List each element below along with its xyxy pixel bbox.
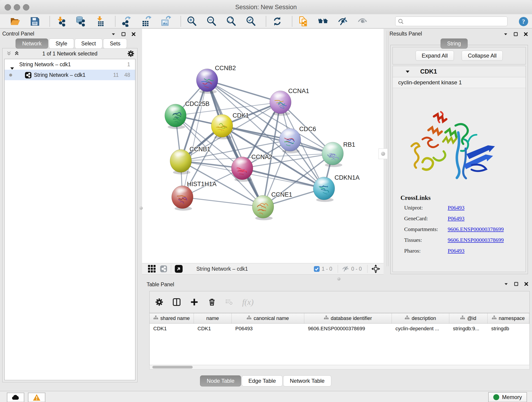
close-panel-icon[interactable] bbox=[131, 32, 136, 37]
dock-panel-icon[interactable] bbox=[121, 32, 126, 37]
warning-status-button[interactable] bbox=[28, 393, 45, 402]
crosslink-link[interactable]: 9606.ENSP00000378699 bbox=[448, 226, 504, 232]
crosslink-link[interactable]: P06493 bbox=[448, 216, 464, 222]
tab-network-table[interactable]: Network Table bbox=[283, 375, 331, 386]
update-network-icon[interactable] bbox=[271, 15, 283, 27]
tab-edge-table[interactable]: Edge Table bbox=[242, 375, 283, 386]
network-canvas[interactable]: CCNB2CCNA1CDC25BCDK1CDC6RB1CCNB1CCNA2CDK… bbox=[142, 29, 384, 263]
hide-selected-icon[interactable] bbox=[337, 15, 349, 27]
table-horizontal-scrollbar[interactable] bbox=[149, 365, 530, 370]
memory-button[interactable]: Memory bbox=[488, 392, 527, 402]
column-header-shared-name[interactable]: shared name bbox=[150, 313, 194, 323]
crosslink-label: Pharos: bbox=[400, 248, 448, 254]
search-input[interactable] bbox=[395, 17, 507, 26]
save-session-icon[interactable] bbox=[29, 15, 41, 27]
import-table-icon[interactable] bbox=[94, 15, 106, 27]
column-header-canonical-name[interactable]: canonical name bbox=[232, 313, 304, 323]
selected-checkbox-icon[interactable] bbox=[314, 266, 320, 272]
network-tree: String Network – cdk1 1 String Network –… bbox=[4, 59, 135, 380]
network-node-CCNB2[interactable]: CCNB2 bbox=[196, 65, 236, 94]
results-splitter-grip[interactable] bbox=[379, 148, 388, 159]
crosslink-link[interactable]: P06493 bbox=[448, 248, 464, 254]
birdseye-view-icon[interactable] bbox=[371, 264, 380, 274]
network-view-icon[interactable] bbox=[160, 265, 167, 273]
column-header-namespace[interactable]: namespace bbox=[488, 313, 529, 323]
network-edge-count: 48 bbox=[124, 70, 130, 80]
table-splitter-grip[interactable] bbox=[336, 276, 342, 281]
detach-view-icon[interactable] bbox=[175, 265, 183, 273]
title-bar: Session: New Session bbox=[0, 0, 532, 14]
table-cell[interactable]: stringdb:9... bbox=[449, 324, 488, 334]
scrollbar-thumb[interactable] bbox=[152, 366, 193, 369]
float-panel-icon[interactable] bbox=[111, 32, 116, 37]
node-label-CDC6: CDC6 bbox=[299, 126, 316, 133]
help-icon[interactable]: ? bbox=[518, 16, 529, 27]
delete-columns-icon[interactable] bbox=[208, 298, 216, 306]
gene-caret-icon[interactable] bbox=[405, 70, 410, 74]
float-table-icon[interactable] bbox=[504, 281, 509, 287]
create-column-icon[interactable] bbox=[190, 298, 199, 306]
tab-string[interactable]: String bbox=[440, 38, 467, 49]
table-settings-icon[interactable] bbox=[155, 298, 163, 306]
dock-results-icon[interactable] bbox=[513, 32, 518, 37]
network-node-CDK1[interactable]: CDK1 bbox=[211, 112, 249, 139]
show-all-icon[interactable] bbox=[356, 15, 368, 27]
table-cell[interactable]: stringdb bbox=[488, 324, 529, 334]
import-network-from-database-icon[interactable] bbox=[75, 15, 87, 27]
close-results-icon[interactable] bbox=[523, 32, 528, 37]
collapse-all-button[interactable]: Collapse All bbox=[462, 51, 503, 61]
tab-network[interactable]: Network bbox=[16, 38, 48, 49]
close-table-icon[interactable] bbox=[524, 281, 529, 287]
table-cell[interactable]: CDK1 bbox=[194, 324, 232, 334]
network-node-HIST1H1A[interactable]: HIST1H1A bbox=[172, 181, 216, 211]
import-network-icon[interactable] bbox=[55, 15, 67, 27]
network-graph[interactable]: CCNB2CCNA1CDC25BCDK1CDC6RB1CCNB1CCNA2CDK… bbox=[142, 29, 384, 263]
column-header-description[interactable]: description bbox=[392, 313, 449, 323]
network-node-CDC6[interactable]: CDC6 bbox=[279, 126, 316, 153]
crosslink-link[interactable]: P06493 bbox=[448, 205, 464, 211]
network-collection-row[interactable]: String Network – cdk1 1 bbox=[5, 59, 135, 70]
toolbar-separator bbox=[50, 16, 50, 27]
table-row[interactable]: CDK1CDK1P064939606.ENSP00000378699cyclin… bbox=[150, 324, 530, 334]
float-results-icon[interactable] bbox=[503, 32, 508, 37]
column-header-database-identifier[interactable]: database identifier bbox=[304, 313, 392, 323]
tab-select[interactable]: Select bbox=[75, 38, 103, 49]
crosslink-row: GeneCard:P06493 bbox=[400, 216, 521, 222]
tab-node-table[interactable]: Node Table bbox=[200, 375, 241, 386]
duplicate-network-icon[interactable] bbox=[298, 15, 309, 27]
main-toolbar: ? bbox=[0, 14, 532, 28]
zoom-in-icon[interactable] bbox=[186, 15, 198, 27]
zoom-fit-content-icon[interactable] bbox=[225, 15, 237, 27]
export-image-icon[interactable] bbox=[160, 15, 172, 27]
tab-sets[interactable]: Sets bbox=[103, 38, 127, 49]
export-table-icon[interactable] bbox=[140, 15, 152, 27]
results-splitter-line2 bbox=[388, 31, 389, 266]
table-cell[interactable]: cyclin-dependent ... bbox=[392, 324, 449, 334]
crosslink-label: Compartments: bbox=[400, 226, 448, 232]
zoom-out-icon[interactable] bbox=[206, 15, 218, 27]
dock-table-icon[interactable] bbox=[514, 281, 519, 287]
collection-label: String Network – cdk1 bbox=[19, 59, 71, 70]
table-cell[interactable]: CDK1 bbox=[150, 324, 194, 334]
expand-all-button[interactable]: Expand All bbox=[416, 51, 454, 61]
table-cell[interactable]: P06493 bbox=[232, 324, 304, 334]
first-neighbors-icon[interactable] bbox=[317, 15, 329, 27]
crosslink-link[interactable]: 9606.ENSP00000378699 bbox=[448, 237, 504, 243]
network-node-CDKN1A[interactable]: CDKN1A bbox=[313, 174, 360, 202]
select-columns-icon[interactable] bbox=[172, 298, 181, 306]
cloud-status-button[interactable] bbox=[7, 393, 24, 402]
grid-view-icon[interactable] bbox=[148, 265, 156, 273]
open-session-icon[interactable] bbox=[9, 15, 21, 27]
export-network-icon[interactable] bbox=[120, 15, 133, 27]
column-header--id[interactable]: @id bbox=[449, 313, 488, 323]
tab-style[interactable]: Style bbox=[49, 38, 74, 49]
column-header-name[interactable]: name bbox=[194, 313, 232, 323]
zoom-selected-icon[interactable] bbox=[245, 15, 257, 27]
control-splitter-grip[interactable] bbox=[138, 204, 144, 213]
node-label-CDK1: CDK1 bbox=[233, 112, 249, 119]
table-cell[interactable]: 9606.ENSP00000378699 bbox=[304, 324, 392, 334]
network-options-gear-icon[interactable] bbox=[127, 50, 134, 58]
network-row[interactable]: String Network – cdk1 11 48 bbox=[5, 70, 135, 80]
network-node-RB1[interactable]: RB1 bbox=[322, 141, 355, 167]
table-tabs: Node TableEdge TableNetwork Table bbox=[0, 375, 532, 386]
